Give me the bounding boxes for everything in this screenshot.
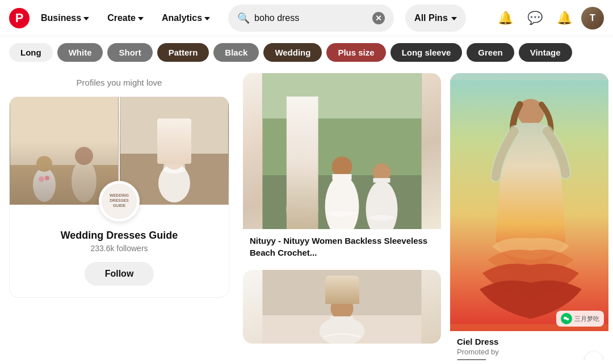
wechat-icon [562,315,570,323]
svg-text:GUIDE: GUIDE [113,204,126,208]
pin-card-1: Nituyy - Nituyy Women Backless Sleeveles… [243,73,441,265]
chip-short[interactable]: Short [107,43,152,62]
profiles-heading: Profiles you might love [9,78,229,87]
right-pin-title: Ciel Dress [457,337,602,346]
svg-point-5 [39,176,44,182]
profile-logo-svg: WEDDING DRESSES GUIDE [102,184,136,218]
message-icon: 💬 [527,11,543,26]
svg-point-4 [36,156,52,172]
right-pin-illustration [450,73,608,331]
svg-rect-30 [373,178,391,183]
search-icon: 🔍 [237,12,250,24]
pin-bottom-illustration [243,270,441,344]
svg-point-23 [293,163,312,181]
avatar-initial: T [590,13,595,23]
all-pins-button[interactable]: All Pins [405,5,466,32]
profile-avatar-overlay: WEDDING DRESSES GUIDE [99,181,140,222]
chip-plus-size[interactable]: Plus size [326,43,385,62]
svg-rect-1 [10,97,118,165]
svg-rect-27 [333,174,352,180]
chip-black[interactable]: Black [213,43,259,62]
pin-image-bottom [243,270,441,344]
nav-label-create: Create [107,13,136,23]
revolve-logo: REVOLVE [457,359,486,360]
chip-white[interactable]: White [57,43,103,62]
svg-point-26 [332,156,352,177]
watermark-icon [561,313,572,324]
chip-pattern[interactable]: Pattern [157,43,209,62]
svg-point-3 [33,168,56,202]
svg-rect-35 [331,316,354,323]
mid-column: Nituyy - Nituyy Women Backless Sleeveles… [238,69,446,360]
svg-text:WEDDING: WEDDING [110,193,129,197]
watermark-text: 三月梦吃 [574,315,599,323]
svg-point-22 [287,181,318,229]
user-avatar[interactable]: T [581,7,604,29]
profile-card: WEDDING DRESSES GUIDE Wedding Dresses Gu… [9,96,229,298]
clear-search-button[interactable]: ✕ [372,12,385,24]
chip-vintage[interactable]: Vintage [519,43,572,62]
nav-item-analytics[interactable]: Analytics [155,9,217,28]
filter-bar: Long White Short Pattern Black Wedding P… [0,36,613,69]
chip-long[interactable]: Long [9,43,53,62]
svg-rect-10 [120,97,228,154]
svg-point-8 [75,147,93,165]
chip-long-sleeve[interactable]: Long sleeve [391,43,463,62]
svg-point-40 [566,318,569,320]
pin-card-2 [243,270,441,344]
revolve-badge: REVOLVE [457,359,486,360]
nav-item-business[interactable]: Business [34,9,96,28]
pinterest-logo[interactable]: P [9,8,30,28]
chevron-down-icon [138,17,144,20]
svg-text:DRESSES: DRESSES [110,198,129,202]
chip-green[interactable]: Green [467,43,514,62]
logo-p: P [15,11,24,26]
nav-item-create[interactable]: Create [100,9,150,28]
right-pin-subtitle: Promoted by [457,348,602,356]
pin-image-top [243,73,441,229]
profile-name: Wedding Dresses Guide [19,230,220,242]
svg-point-6 [45,176,49,180]
pin-title-1: Nituyy - Nituyy Women Backless Sleeveles… [250,235,434,259]
chevron-down-icon [451,17,457,20]
follow-button[interactable]: Follow [85,262,154,286]
nav-label-business: Business [41,13,81,23]
header: P Business Create Analytics 🔍 ✕ All Pins… [0,0,613,36]
pin-top-illustration [243,73,441,229]
activity-icon: 🔔 [557,11,572,26]
nav-label-analytics: Analytics [162,13,202,23]
profile-followers: 233.6k followers [19,244,220,253]
activity-button[interactable]: 🔔 [552,6,577,31]
messages-button[interactable]: 💬 [522,6,547,31]
right-column: 三月梦吃 Ciel Dress Promoted by REVOLVE ··· [446,69,613,360]
main-content: Profiles you might love [0,69,613,360]
profile-images: WEDDING DRESSES GUIDE [10,97,229,205]
pin-description-1: Nituyy - Nituyy Women Backless Sleeveles… [243,229,441,265]
search-bar: 🔍 ✕ [228,5,394,32]
svg-point-7 [72,159,96,202]
pin-info-right: Ciel Dress Promoted by REVOLVE [450,331,608,360]
chip-wedding[interactable]: Wedding [263,43,322,62]
search-input[interactable] [254,13,368,23]
chevron-down-icon [83,17,89,20]
pin-card-right: 三月梦吃 Ciel Dress Promoted by REVOLVE ··· [450,73,608,360]
left-column: Profiles you might love [0,69,238,360]
pin-image-right-main: 三月梦吃 [450,73,608,331]
bell-icon: 🔔 [498,11,513,26]
watermark: 三月梦吃 [556,311,604,327]
chevron-down-icon [204,17,210,20]
all-pins-label: All Pins [414,13,448,23]
notifications-button[interactable]: 🔔 [493,6,518,31]
svg-rect-24 [294,178,311,183]
profile-avatar-inner: WEDDING DRESSES GUIDE [102,184,137,219]
svg-rect-21 [263,73,422,118]
